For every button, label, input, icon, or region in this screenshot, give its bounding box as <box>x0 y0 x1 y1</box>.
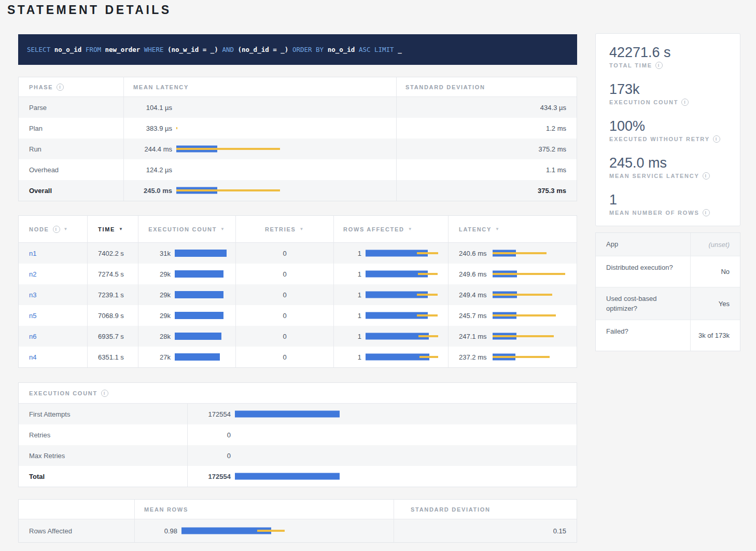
exec-count-bar <box>235 445 340 466</box>
retries-cell: 0 <box>235 243 333 264</box>
rows-affected-bar <box>366 284 438 305</box>
mean-rows-column-header: Mean Rows <box>134 500 394 519</box>
execution-count-cell: 29k <box>138 264 235 284</box>
execution-count-bar <box>175 264 227 284</box>
latency-value: 249.4 ms <box>459 291 486 299</box>
details-label-text: App <box>606 239 618 249</box>
phase-latency-table: PhaseiMean LatencyStandard DeviationPars… <box>18 77 577 201</box>
latency-bar <box>493 284 565 305</box>
details-label-text: Used cost-based optimizer? <box>606 294 674 313</box>
exec-value-cell: 0 <box>187 424 577 445</box>
node-cell: n2 <box>19 264 87 284</box>
info-icon[interactable]: i <box>57 84 64 91</box>
mean-bar <box>175 270 223 278</box>
latency-bar <box>493 243 565 264</box>
sql-identifier: _) <box>281 46 288 53</box>
info-icon[interactable]: i <box>53 226 60 233</box>
time-value: 6935.7 s <box>98 333 124 340</box>
node-link[interactable]: n3 <box>29 291 36 299</box>
summary-label: Executed without Retryi <box>609 135 730 143</box>
column-header-latency[interactable]: Latency▼ <box>448 216 577 242</box>
mean-latency-value: 245.0 ms <box>132 187 172 195</box>
mean-latency-cell: 244.4 ms <box>123 139 396 159</box>
table-row: Plan383.9 µs1.2 ms <box>19 118 577 139</box>
execution-count-table-header: Execution Counti <box>19 383 577 404</box>
rows-affected-value: 1 <box>340 353 361 361</box>
column-header-retries[interactable]: Retries▼ <box>235 216 333 242</box>
summary-item: 100%Executed without Retryi <box>609 118 730 143</box>
sql-keyword: ORDER <box>292 46 312 53</box>
stddev-line <box>493 314 556 316</box>
summary-label: Mean Service Latencyi <box>609 172 730 180</box>
retries-cell: 0 <box>235 264 333 284</box>
mean-latency-cell: 245.0 ms <box>123 180 396 201</box>
rows-affected-value: 1 <box>340 312 361 320</box>
sql-statement-box: SELECT no_o_id FROM new_order WHERE (no_… <box>18 34 577 65</box>
stddev-cell: 0.15 <box>394 519 577 542</box>
sql-keyword: AND <box>222 46 234 53</box>
info-icon[interactable]: i <box>713 135 720 143</box>
details-label: Used cost-based optimizer? <box>596 287 690 320</box>
exec-count-bar <box>235 466 340 487</box>
execution-count-value: 29k <box>145 270 171 278</box>
sql-identifier: _) <box>211 46 218 53</box>
sort-desc-icon: ▼ <box>299 227 304 231</box>
phase-label: Plan <box>29 125 43 132</box>
retries-cell: 0 <box>235 347 333 367</box>
node-link[interactable]: n2 <box>29 270 36 278</box>
mean-bar <box>235 411 340 418</box>
mean-latency-bar <box>176 118 280 139</box>
summary-label-text: Execution Count <box>609 99 678 105</box>
execution-count-bar <box>175 305 227 326</box>
info-icon[interactable]: i <box>655 62 663 69</box>
summary-label: Mean Number of Rowsi <box>609 209 730 216</box>
info-icon[interactable]: i <box>703 209 710 216</box>
mean-latency-bar <box>176 159 280 180</box>
table-row: Run244.4 ms375.2 ms <box>19 139 577 159</box>
details-value-cell: Yes <box>690 287 740 320</box>
phase-cell: Run <box>19 139 123 159</box>
node-link[interactable]: n5 <box>29 312 36 320</box>
node-link[interactable]: n1 <box>29 250 36 257</box>
column-header-execution-count[interactable]: Execution Count▼ <box>138 216 235 242</box>
rows-affected-value: 1 <box>340 291 361 299</box>
time-cell: 6351.1 s <box>87 347 138 367</box>
time-value: 7239.1 s <box>98 291 124 299</box>
exec-label-cell: First Attempts <box>19 404 187 424</box>
stddev-line <box>176 148 280 150</box>
node-header-label: Node <box>29 226 49 232</box>
retries-value: 0 <box>283 250 286 257</box>
latency-bar <box>493 326 565 347</box>
table-row: n37239.1 s29k01249.4 ms <box>19 284 577 305</box>
info-icon[interactable]: i <box>703 172 710 180</box>
info-icon[interactable]: i <box>681 99 689 106</box>
summary-value: 245.0 ms <box>609 155 730 171</box>
column-header-node[interactable]: Nodei▼ <box>19 216 87 242</box>
summary-value: 173k <box>609 81 730 97</box>
sql-identifier: no_o_id <box>54 46 82 53</box>
stddev-line <box>176 189 280 191</box>
summary-item: 1Mean Number of Rowsi <box>609 192 730 216</box>
details-value: Yes <box>719 299 730 309</box>
info-icon[interactable]: i <box>101 390 108 397</box>
details-label-text: Failed? <box>606 326 628 336</box>
node-link[interactable]: n6 <box>29 333 36 340</box>
mean-latency-bar <box>176 97 280 118</box>
execution-count-value: 28k <box>145 333 171 340</box>
retries-value: 0 <box>283 291 286 299</box>
execution-count-cell: 27k <box>138 347 235 367</box>
stddev-cell: 375.2 ms <box>396 139 577 159</box>
node-link[interactable]: n4 <box>29 353 36 361</box>
column-header-time[interactable]: Time▼ <box>87 216 138 242</box>
exec-value-cell: 172554 <box>187 404 577 424</box>
mean-latency-cell: 124.2 µs <box>123 159 396 180</box>
summary-value: 100% <box>609 118 730 134</box>
table-row: First Attempts172554 <box>19 404 577 424</box>
stddev-value: 434.3 µs <box>540 104 566 112</box>
execution-count-cell: 29k <box>138 284 235 305</box>
column-header-rows-affected[interactable]: Rows Affected▼ <box>333 216 448 242</box>
sql-identifier: (no_d_id <box>238 46 269 53</box>
phase-label: Overhead <box>29 166 59 174</box>
phase-label: Run <box>29 145 41 153</box>
table-row: Parse104.1 µs434.3 µs <box>19 97 577 118</box>
